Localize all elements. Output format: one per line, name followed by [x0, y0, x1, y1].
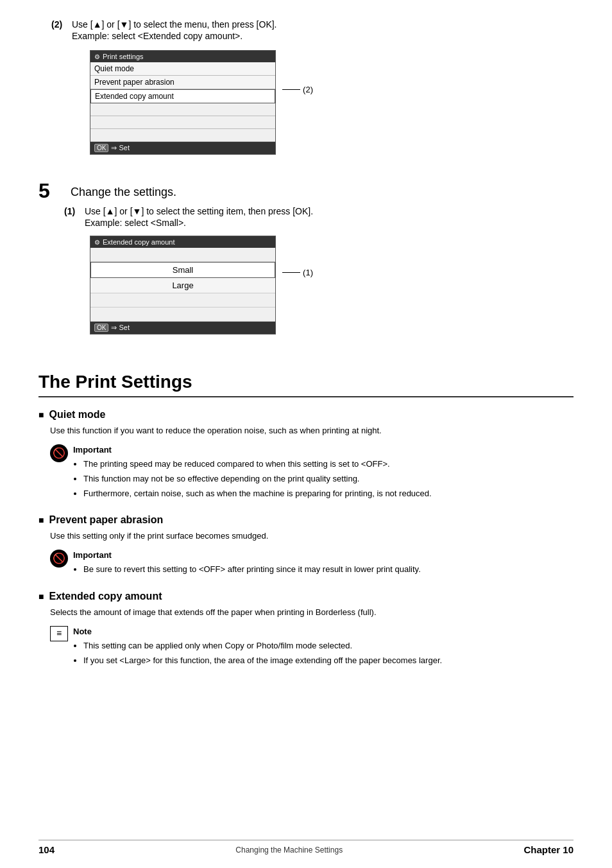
extended-copy-bullet-2: If you set <Large> for this function, th… [83, 654, 442, 668]
quiet-mode-body: Use this function if you want to reduce … [38, 424, 574, 501]
quiet-mode-bullets: The printing speed may be reduced compar… [73, 458, 574, 500]
prevent-abrasion-label: Prevent paper abrasion [49, 514, 163, 526]
lcd2-label-arrow: (1) [282, 268, 313, 277]
footer-page-num: 104 [38, 844, 55, 855]
big-step-5: 5 Change the settings. [38, 180, 574, 201]
step5-text: Change the settings. [71, 180, 176, 199]
quiet-mode-bullet-1: The printing speed may be reduced compar… [83, 458, 574, 471]
lcd-screen-2-container: ⚙ Extended copy amount Small Large OK ⇒ … [90, 236, 276, 334]
lcd2-row-empty2 [90, 293, 275, 308]
footer-center-text: Changing the Machine Settings [235, 846, 343, 855]
ok-badge-2: OK [94, 324, 108, 332]
lcd1-label-arrow: (2) [282, 85, 313, 94]
lcd1-row-empty3 [90, 129, 275, 142]
lcd1-arrow-label: (2) [303, 85, 313, 94]
lcd2-header-text: Extended copy amount [103, 238, 175, 246]
step2-example: Example: select <Extended copy amount>. [72, 31, 574, 41]
quiet-mode-label: Quiet mode [49, 409, 105, 421]
lcd1-header-text: Print settings [103, 53, 144, 60]
prevent-abrasion-important: 🚫 Important Be sure to revert this setti… [50, 549, 574, 578]
note-icon [50, 626, 68, 641]
lcd1-row-empty2 [90, 116, 275, 129]
lcd-screen-2: ⚙ Extended copy amount Small Large OK ⇒ … [90, 236, 276, 334]
lcd2-header: ⚙ Extended copy amount [90, 236, 275, 248]
prevent-abrasion-text: Use this setting only if the print surfa… [50, 530, 574, 542]
gear-icon: ⚙ [94, 53, 100, 60]
extended-copy-bullets: This setting can be applied only when Co… [73, 639, 442, 668]
extended-copy-label: Extended copy amount [49, 591, 162, 602]
lcd1-row-quiet: Quiet mode [90, 62, 275, 76]
page-footer: 104 Changing the Machine Settings Chapte… [38, 840, 574, 855]
page: (2) Use [▲] or [▼] to select the menu, t… [0, 0, 612, 868]
important-icon-1: 🚫 [50, 444, 68, 462]
lcd2-row-large: Large [90, 278, 275, 293]
quiet-mode-important-label: Important [73, 444, 574, 456]
prevent-abrasion-title: Prevent paper abrasion [38, 514, 574, 526]
quiet-mode-important: 🚫 Important The printing speed may be re… [50, 444, 574, 502]
lcd2-row-empty3 [90, 308, 275, 322]
lcd2-row-small: Small [90, 262, 275, 278]
lcd-screen-1: ⚙ Print settings Quiet mode Prevent pape… [90, 50, 276, 155]
subsection-prevent-abrasion: Prevent paper abrasion Use this setting … [38, 514, 574, 578]
step5-1-text: Use [▲] or [▼] to select the setting ite… [85, 206, 574, 228]
extended-copy-note-label: Note [73, 625, 442, 638]
prevent-abrasion-body: Use this setting only if the print surfa… [38, 530, 574, 578]
extended-copy-bullet-1: This setting can be applied only when Co… [83, 639, 442, 653]
lcd1-header: ⚙ Print settings [90, 51, 275, 62]
step5-1-label: (1) [64, 206, 85, 216]
step2-text: Use [▲] or [▼] to select the menu, then … [72, 19, 574, 41]
lcd1-footer: OK ⇒ Set [90, 142, 275, 154]
extended-copy-title: Extended copy amount [38, 591, 574, 602]
lcd1-footer-text: ⇒ Set [111, 144, 130, 152]
prevent-abrasion-bullets: Be sure to revert this setting to <OFF> … [73, 563, 574, 577]
lcd1-row-prevent: Prevent paper abrasion [90, 76, 275, 89]
gear-icon-2: ⚙ [94, 239, 100, 246]
quiet-mode-bullet-2: This function may not be so effective de… [83, 473, 574, 486]
step2-instruction: (2) Use [▲] or [▼] to select the menu, t… [38, 19, 574, 41]
quiet-mode-bullet-3: Furthermore, certain noise, such as when… [83, 487, 574, 501]
extended-copy-note: Note This setting can be applied only wh… [50, 625, 574, 669]
step2-main-text: Use [▲] or [▼] to select the menu, then … [72, 19, 277, 30]
lcd-screen-1-container: ⚙ Print settings Quiet mode Prevent pape… [90, 50, 276, 155]
lcd1-row-empty1 [90, 103, 275, 116]
step5-1-instruction: (1) Use [▲] or [▼] to select the setting… [38, 206, 574, 228]
important-icon-2: 🚫 [50, 550, 68, 568]
ok-badge-1: OK [94, 144, 108, 152]
quiet-mode-text: Use this function if you want to reduce … [50, 424, 574, 437]
subsection-quiet-mode: Quiet mode Use this function if you want… [38, 409, 574, 501]
section-title: The Print Settings [38, 372, 574, 397]
lcd1-row-extended: Extended copy amount [90, 89, 275, 103]
footer-chapter: Chapter 10 [523, 844, 574, 855]
prevent-abrasion-bullet-1: Be sure to revert this setting to <OFF> … [83, 563, 574, 577]
lcd2-row-empty1 [90, 248, 275, 262]
lcd2-footer: OK ⇒ Set [90, 322, 275, 334]
extended-copy-body: Selects the amount of image that extends… [38, 606, 574, 669]
extended-copy-text: Selects the amount of image that extends… [50, 606, 574, 619]
quiet-mode-important-content: Important The printing speed may be redu… [73, 444, 574, 502]
lcd2-arrow-label: (1) [303, 268, 313, 277]
step2-label: (2) [51, 19, 72, 30]
step5-number: 5 [38, 180, 71, 201]
extended-copy-note-content: Note This setting can be applied only wh… [73, 625, 442, 669]
subsection-extended-copy: Extended copy amount Selects the amount … [38, 591, 574, 669]
step5-1-main: Use [▲] or [▼] to select the setting ite… [85, 206, 313, 216]
step5-1-example: Example: select <Small>. [85, 218, 574, 228]
quiet-mode-title: Quiet mode [38, 409, 574, 421]
prevent-abrasion-important-label: Important [73, 549, 574, 562]
lcd2-footer-text: ⇒ Set [111, 324, 130, 332]
prevent-abrasion-important-content: Important Be sure to revert this setting… [73, 549, 574, 578]
